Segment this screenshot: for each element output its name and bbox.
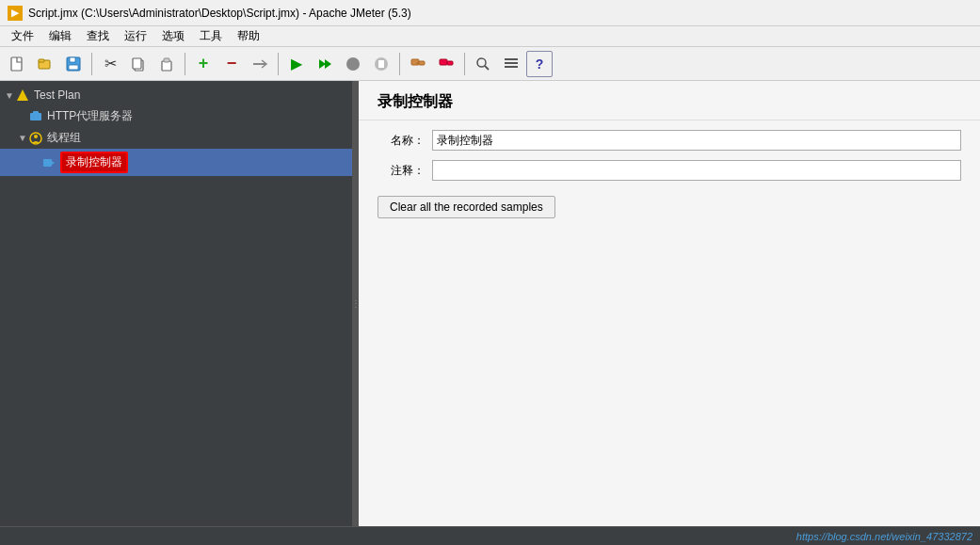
browse-button[interactable] bbox=[247, 51, 273, 77]
right-panel: 录制控制器 名称： 注释： Clear all the recorded sam… bbox=[359, 81, 980, 526]
separator-5 bbox=[464, 53, 465, 75]
thread-group-icon bbox=[28, 131, 43, 146]
svg-marker-26 bbox=[17, 89, 28, 101]
svg-rect-19 bbox=[440, 59, 447, 65]
stop-now-button[interactable] bbox=[368, 51, 394, 77]
svg-rect-25 bbox=[505, 66, 518, 68]
svg-rect-31 bbox=[43, 159, 52, 167]
menu-run[interactable]: 运行 bbox=[117, 26, 154, 46]
recording-ctrl-icon bbox=[41, 155, 56, 170]
http-proxy-icon bbox=[28, 109, 43, 124]
clear-all-toolbar-button[interactable] bbox=[498, 51, 524, 77]
separator-4 bbox=[399, 53, 400, 75]
toggle-test-plan[interactable]: ▼ bbox=[4, 89, 15, 101]
svg-rect-16 bbox=[411, 59, 419, 65]
copy-button[interactable] bbox=[125, 51, 152, 77]
tree-panel: ▼ Test Plan HTTP代理服务器 ▼ bbox=[0, 81, 353, 526]
tree-item-thread-group[interactable]: ▼ 线程组 bbox=[0, 127, 352, 149]
remote-stop-button[interactable] bbox=[433, 51, 459, 77]
title-bar: ▶ Script.jmx (C:\Users\Administrator\Des… bbox=[0, 0, 980, 26]
comment-input[interactable] bbox=[432, 160, 961, 181]
svg-point-30 bbox=[34, 135, 38, 138]
name-label: 名称： bbox=[378, 133, 425, 149]
window-title: Script.jmx (C:\Users\Administrator\Deskt… bbox=[28, 7, 411, 20]
svg-rect-24 bbox=[505, 62, 518, 64]
remote-run-button[interactable] bbox=[405, 51, 431, 77]
svg-rect-20 bbox=[447, 61, 453, 65]
svg-point-21 bbox=[477, 58, 486, 67]
menu-bar: 文件 编辑 查找 运行 选项 工具 帮助 bbox=[0, 26, 980, 47]
svg-rect-2 bbox=[39, 59, 44, 62]
tree-label-recording-ctrl: 录制控制器 bbox=[60, 152, 128, 173]
status-bar: https://blog.csdn.net/weixin_47332872 bbox=[0, 526, 980, 545]
svg-marker-32 bbox=[52, 161, 55, 165]
tree-label-test-plan: Test Plan bbox=[34, 88, 80, 102]
toggle-thread-group[interactable]: ▼ bbox=[17, 133, 28, 144]
help-button[interactable]: ? bbox=[526, 51, 553, 77]
menu-options[interactable]: 选项 bbox=[154, 26, 192, 46]
menu-help[interactable]: 帮助 bbox=[230, 26, 267, 46]
paste-button[interactable] bbox=[153, 51, 180, 77]
tree-label-thread-group: 线程组 bbox=[47, 130, 81, 146]
svg-rect-4 bbox=[70, 57, 75, 62]
tree-label-http-proxy: HTTP代理服务器 bbox=[47, 108, 133, 124]
app-icon: ▶ bbox=[8, 6, 23, 21]
new-button[interactable] bbox=[4, 51, 30, 77]
svg-rect-23 bbox=[505, 58, 518, 60]
svg-marker-11 bbox=[319, 59, 326, 69]
run-button[interactable]: ▶ bbox=[283, 51, 310, 77]
panel-title: 录制控制器 bbox=[359, 81, 980, 120]
comment-label: 注释： bbox=[378, 163, 425, 179]
test-plan-icon bbox=[15, 88, 30, 103]
tree-item-http-proxy[interactable]: HTTP代理服务器 bbox=[0, 105, 352, 127]
tree-item-test-plan[interactable]: ▼ Test Plan bbox=[0, 85, 352, 105]
svg-rect-5 bbox=[69, 65, 78, 70]
svg-rect-7 bbox=[133, 58, 141, 69]
tree-item-recording-ctrl[interactable]: 录制控制器 bbox=[0, 149, 352, 176]
remove-button[interactable]: − bbox=[218, 51, 245, 77]
separator-1 bbox=[91, 53, 92, 75]
search-button[interactable] bbox=[470, 51, 496, 77]
status-text: https://blog.csdn.net/weixin_47332872 bbox=[796, 531, 972, 542]
clear-btn-row: Clear all the recorded samples bbox=[378, 190, 961, 218]
svg-rect-28 bbox=[33, 111, 39, 114]
run-no-pause-button[interactable] bbox=[312, 51, 338, 77]
save-button[interactable] bbox=[60, 51, 87, 77]
stop-button[interactable] bbox=[340, 51, 366, 77]
svg-line-22 bbox=[485, 66, 489, 70]
add-button[interactable]: + bbox=[190, 51, 217, 77]
svg-rect-17 bbox=[419, 61, 425, 65]
form-section: 名称： 注释： Clear all the recorded samples bbox=[359, 120, 980, 228]
name-row: 名称： bbox=[378, 130, 961, 151]
open-button[interactable] bbox=[32, 51, 58, 77]
separator-2 bbox=[185, 53, 185, 75]
name-input[interactable] bbox=[432, 130, 961, 151]
svg-marker-12 bbox=[325, 59, 331, 69]
menu-find[interactable]: 查找 bbox=[79, 26, 117, 46]
menu-tools[interactable]: 工具 bbox=[192, 26, 230, 46]
svg-rect-15 bbox=[378, 60, 384, 68]
main-area: ▼ Test Plan HTTP代理服务器 ▼ bbox=[0, 81, 980, 526]
clear-samples-button[interactable]: Clear all the recorded samples bbox=[378, 196, 555, 218]
svg-point-13 bbox=[346, 57, 360, 71]
toolbar: ✂ + − ▶ bbox=[0, 47, 980, 81]
menu-edit[interactable]: 编辑 bbox=[41, 26, 79, 46]
separator-3 bbox=[278, 53, 279, 75]
comment-row: 注释： bbox=[378, 160, 961, 181]
cut-button[interactable]: ✂ bbox=[97, 51, 123, 77]
menu-file[interactable]: 文件 bbox=[4, 26, 41, 46]
svg-rect-9 bbox=[164, 58, 169, 62]
svg-rect-27 bbox=[30, 113, 41, 120]
